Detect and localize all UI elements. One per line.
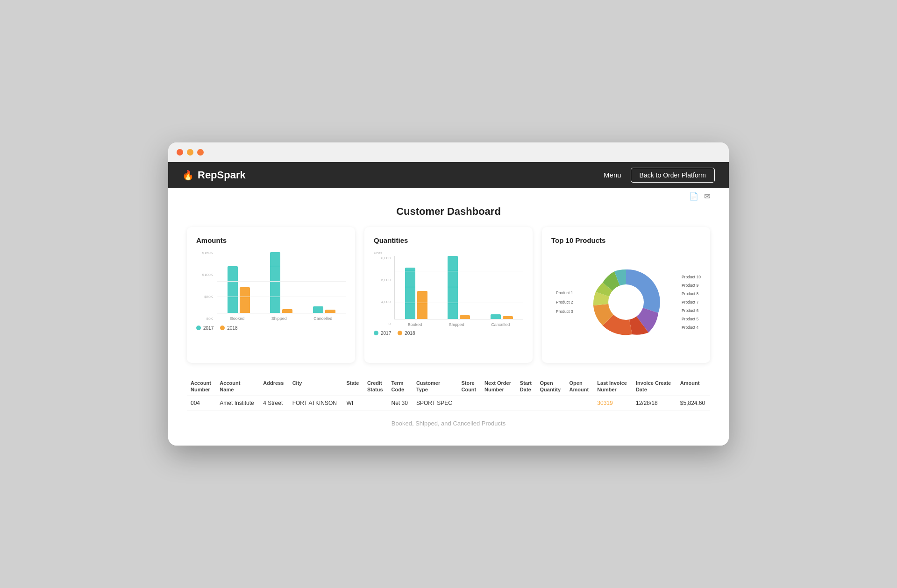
quantities-y-label-3: 8,000 bbox=[374, 256, 391, 260]
donut-svg bbox=[589, 265, 663, 340]
td-state: WI bbox=[342, 396, 363, 411]
donut-labels-left: Product 1 Product 2 Product 3 bbox=[556, 251, 573, 354]
amounts-label-shipped: Shipped bbox=[271, 316, 287, 321]
close-dot[interactable] bbox=[177, 149, 183, 156]
amounts-chart-card: Amounts $0K $50K $100K $150K bbox=[187, 227, 355, 363]
quantities-legend-dot-2017 bbox=[374, 331, 378, 335]
footer-text: Booked, Shipped, and Cancelled Products bbox=[187, 420, 710, 427]
donut-label-product1: Product 1 bbox=[556, 290, 573, 295]
amounts-legend-label-2018: 2018 bbox=[227, 326, 237, 331]
quantities-legend-dot-2018 bbox=[398, 331, 402, 335]
charts-row: Amounts $0K $50K $100K $150K bbox=[187, 227, 710, 363]
quantities-y-label-1: 4,000 bbox=[374, 300, 391, 304]
donut-label-product3: Product 3 bbox=[556, 309, 573, 314]
th-open-quantity: OpenQuantity bbox=[536, 377, 566, 396]
amounts-legend-2017: 2017 bbox=[196, 326, 214, 331]
amounts-cancelled-2018-bar bbox=[325, 310, 335, 313]
quantities-bar-chart: 0 4,000 6,000 8,000 bbox=[374, 256, 523, 326]
quantities-legend: 2017 2018 bbox=[374, 331, 523, 336]
quantities-y-label-0: 0 bbox=[374, 322, 391, 326]
td-last-invoice-number[interactable]: 30319 bbox=[593, 396, 632, 411]
donut-wrapper: Product 1 Product 2 Product 3 bbox=[551, 251, 701, 354]
td-account-name: Amet Institute bbox=[216, 396, 259, 411]
amounts-booked-2018-bar bbox=[240, 287, 250, 313]
quantities-label-shipped: Shipped bbox=[449, 322, 464, 327]
donut-label-product6: Product 6 bbox=[682, 308, 701, 313]
th-start-date: StartDate bbox=[516, 377, 536, 396]
data-table-wrapper: AccountNumber AccountName Address City S… bbox=[187, 377, 710, 411]
td-open-quantity bbox=[536, 396, 566, 411]
quantities-chart-title: Quantities bbox=[374, 236, 523, 244]
svg-point-0 bbox=[608, 284, 644, 320]
th-customer-type: CustomerType bbox=[413, 377, 458, 396]
units-label: Units bbox=[374, 251, 523, 255]
amounts-bars bbox=[217, 251, 346, 313]
maximize-dot[interactable] bbox=[197, 149, 204, 156]
td-credit-status bbox=[363, 396, 388, 411]
donut-label-product7: Product 7 bbox=[682, 300, 701, 305]
amounts-legend-dot-2017 bbox=[196, 326, 201, 330]
quantities-shipped-2017-bar bbox=[448, 256, 458, 319]
quantities-shipped-group bbox=[448, 256, 470, 319]
quantities-booked-group bbox=[405, 268, 427, 319]
th-credit-status: CreditStatus bbox=[363, 377, 388, 396]
td-amount: $5,824.60 bbox=[676, 396, 710, 411]
amounts-legend-2018: 2018 bbox=[220, 326, 237, 331]
browser-window: 🔥 RepSpark Menu Back to Order Platform 📄… bbox=[168, 142, 729, 446]
th-address: Address bbox=[259, 377, 288, 396]
th-amount: Amount bbox=[676, 377, 710, 396]
td-term-code: Net 30 bbox=[388, 396, 413, 411]
quantities-label-booked: Booked bbox=[408, 322, 422, 327]
th-store-count: StoreCount bbox=[457, 377, 481, 396]
donut-label-product5: Product 5 bbox=[682, 317, 701, 321]
nav-right: Menu Back to Order Platform bbox=[604, 168, 715, 183]
quantities-booked-2017-bar bbox=[405, 268, 415, 319]
td-start-date bbox=[516, 396, 536, 411]
quantities-y-label-2: 6,000 bbox=[374, 278, 391, 282]
amounts-legend: 2017 2018 bbox=[196, 326, 346, 331]
amounts-y-axis: $0K $50K $100K $150K bbox=[196, 251, 213, 321]
last-invoice-link: 30319 bbox=[597, 400, 612, 406]
td-city: FORT ATKINSON bbox=[289, 396, 343, 411]
amounts-label-cancelled: Cancelled bbox=[313, 316, 332, 321]
top-products-chart-title: Top 10 Products bbox=[551, 236, 701, 244]
th-term-code: TermCode bbox=[388, 377, 413, 396]
logo: 🔥 RepSpark bbox=[182, 169, 246, 181]
menu-link[interactable]: Menu bbox=[604, 171, 621, 179]
th-open-amount: OpenAmount bbox=[566, 377, 594, 396]
amounts-label-booked: Booked bbox=[230, 316, 245, 321]
back-to-order-platform-button[interactable]: Back to Order Platform bbox=[631, 168, 715, 183]
amounts-shipped-group bbox=[270, 252, 292, 313]
table-row: 004 Amet Institute 4 Street FORT ATKINSO… bbox=[187, 396, 710, 411]
email-icon[interactable]: ✉ bbox=[704, 192, 710, 201]
quantities-label-cancelled: Cancelled bbox=[491, 322, 510, 327]
page-title: Customer Dashboard bbox=[187, 205, 710, 218]
th-account-name: AccountName bbox=[216, 377, 259, 396]
amounts-y-label-2: $100K bbox=[196, 273, 213, 277]
amounts-x-labels: Booked Shipped Cancelled bbox=[217, 316, 346, 321]
donut-label-product9: Product 9 bbox=[682, 283, 701, 288]
td-store-count bbox=[457, 396, 481, 411]
td-address: 4 Street bbox=[259, 396, 288, 411]
donut-label-product2: Product 2 bbox=[556, 300, 573, 305]
quantities-booked-2018-bar bbox=[417, 291, 427, 319]
td-account-number: 004 bbox=[187, 396, 216, 411]
amounts-shipped-2018-bar bbox=[282, 309, 292, 313]
amounts-legend-dot-2018 bbox=[220, 326, 225, 330]
amounts-cancelled-group bbox=[313, 306, 335, 313]
quantities-legend-label-2017: 2017 bbox=[381, 331, 391, 336]
th-last-invoice-number: Last InvoiceNumber bbox=[593, 377, 632, 396]
quantities-shipped-2018-bar bbox=[460, 315, 470, 319]
amounts-shipped-2017-bar bbox=[270, 252, 280, 313]
data-table: AccountNumber AccountName Address City S… bbox=[187, 377, 710, 411]
amounts-legend-label-2017: 2017 bbox=[203, 326, 214, 331]
minimize-dot[interactable] bbox=[187, 149, 193, 156]
logo-text: RepSpark bbox=[198, 169, 246, 181]
navbar: 🔥 RepSpark Menu Back to Order Platform bbox=[168, 162, 729, 188]
td-customer-type: SPORT SPEC bbox=[413, 396, 458, 411]
td-next-order-number bbox=[481, 396, 516, 411]
download-icon[interactable]: 📄 bbox=[689, 192, 698, 201]
amounts-y-label-1: $50K bbox=[196, 295, 213, 299]
logo-flame-icon: 🔥 bbox=[182, 170, 194, 181]
quantities-cancelled-2018-bar bbox=[503, 316, 513, 319]
